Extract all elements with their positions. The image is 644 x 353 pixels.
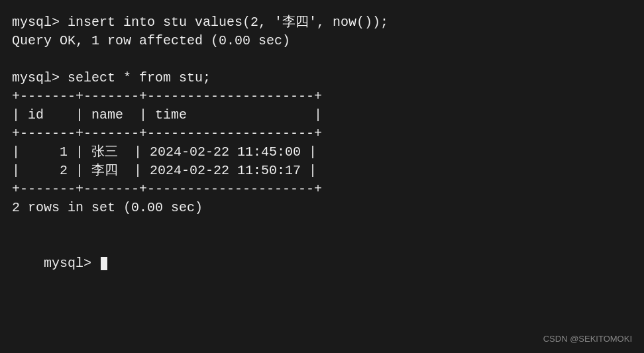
prompt-line[interactable]: mysql> [12,236,632,291]
cursor [101,257,107,270]
table-header-border: +-------+-------+---------------------+ [12,125,632,143]
table-header: | id | name | time | [12,106,632,125]
terminal-window: mysql> insert into stu values(2, '李四', n… [0,0,644,353]
table-row-1: | 1 | 张三 | 2024-02-22 11:45:00 | [12,143,632,162]
blank-line-2 [12,217,632,236]
select-command-line: mysql> select * from stu; [12,69,632,87]
blank-line-1 [12,50,632,69]
prompt-text: mysql> [44,256,99,271]
insert-command-line: mysql> insert into stu values(2, '李四', n… [12,13,632,32]
table-border-bottom: +-------+-------+---------------------+ [12,180,632,199]
watermark: CSDN @SEKITOMOKI [543,334,632,344]
query-ok-line: Query OK, 1 row affected (0.00 sec) [12,32,632,50]
table-border-top: +-------+-------+---------------------+ [12,87,632,106]
table-row-2: | 2 | 李四 | 2024-02-22 11:50:17 | [12,162,632,180]
rows-in-set-line: 2 rows in set (0.00 sec) [12,199,632,217]
